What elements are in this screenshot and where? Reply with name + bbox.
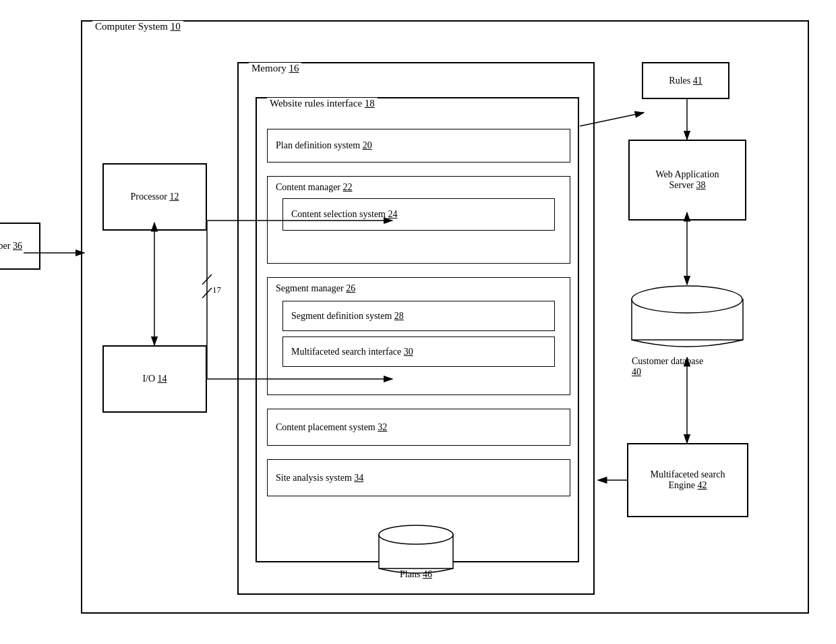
rules-box: Rules 41 [642,62,729,99]
segment-definition-box: Segment definition system 28 [282,301,555,331]
customer-db-label: Customer database 40 [628,356,746,378]
memory-box: Memory 16 Website rules interface 18 Pla… [237,62,595,595]
segment-manager-text: Segment manager [276,283,344,293]
processor-box: Processor 12 [102,163,207,231]
memory-label: Memory 16 [249,63,301,74]
website-rules-ref: 18 [365,98,375,109]
plans-text: Plans [400,569,420,579]
plan-def-ref: 20 [363,140,372,151]
svg-point-3 [632,286,742,313]
content-manager-box: Content manager 22 Content selection sys… [267,176,570,264]
content-selection-label: Content selection system [291,209,386,220]
plans-ref: 46 [423,569,432,579]
mf-search-interface-ref: 30 [404,347,413,357]
memory-text: Memory [251,63,287,74]
segment-def-label: Segment definition system [291,311,392,322]
content-manager-label: Content manager 22 [276,182,562,193]
rules-ref: 41 [693,76,703,86]
svg-line-15 [202,274,212,285]
computer-system-text: Computer System [95,21,168,32]
rules-label: Rules [669,76,690,86]
plan-definition-box: Plan definition system 20 [267,129,570,163]
site-analysis-label: Site analysis system [276,473,352,484]
site-analysis-box: Site analysis system 34 [267,459,570,496]
mf-search-interface-label: Multifaceted search interface [291,347,401,357]
customer-db-cylinder: Customer database 40 [628,285,746,378]
website-rules-label: Website rules interface 18 [267,98,378,109]
segment-manager-ref: 26 [346,283,355,293]
computer-system-label: Computer System 10 [92,21,183,32]
search-engine-ref: 42 [698,480,707,490]
segment-manager-box: Segment manager 26 Segment definition sy… [267,277,570,395]
processor-ref: 12 [169,192,179,202]
web-app-ref: 38 [696,180,706,190]
segment-def-ref: 28 [394,311,404,322]
developer-arrow [20,229,94,263]
computer-system-ref: 10 [171,21,181,32]
website-rules-text: Website rules interface [270,98,362,109]
customer-db-text: Customer database [632,356,703,366]
site-analysis-ref: 34 [354,473,363,484]
content-manager-text: Content manager [276,182,340,192]
search-engine-text: Multifaceted search Engine [651,469,725,490]
io-ref: 14 [158,374,167,384]
svg-point-1 [379,525,453,544]
plan-def-label: Plan definition system [276,140,360,151]
computer-system-box: Computer System 10 Processor 12 I/O 14 M… [81,20,809,614]
website-rules-box: Website rules interface 18 Plan definiti… [256,97,579,562]
customer-db-ref: 40 [632,367,641,377]
bus-label: 17 [212,285,221,295]
content-placement-label: Content placement system [276,422,376,433]
developer-label: Developer [0,241,10,252]
web-app-text: Web Application Server [655,169,719,190]
content-selection-ref: 24 [388,209,397,220]
io-box: I/O 14 [102,345,207,413]
content-manager-ref: 22 [343,182,353,192]
content-placement-box: Content placement system 32 [267,409,570,446]
processor-label: Processor [131,192,167,202]
search-engine-label: Multifaceted search Engine 42 [635,469,740,491]
content-selection-box: Content selection system 24 [282,198,555,231]
memory-ref: 16 [289,63,299,74]
io-label: I/O [142,374,155,384]
search-engine-box: Multifaceted search Engine 42 [627,443,748,517]
bus-number: 17 [212,285,221,295]
web-app-server-box: Web Application Server 38 [628,140,746,221]
svg-line-16 [202,288,212,298]
content-placement-ref: 32 [378,422,387,433]
web-app-label: Web Application Server 38 [636,169,738,191]
segment-manager-label: Segment manager 26 [276,283,562,294]
multifaceted-search-interface-box: Multifaceted search interface 30 [282,336,555,367]
diagram: Computer System 10 Processor 12 I/O 14 M… [13,13,823,631]
plans-cylinder: Plans 46 [376,523,456,580]
